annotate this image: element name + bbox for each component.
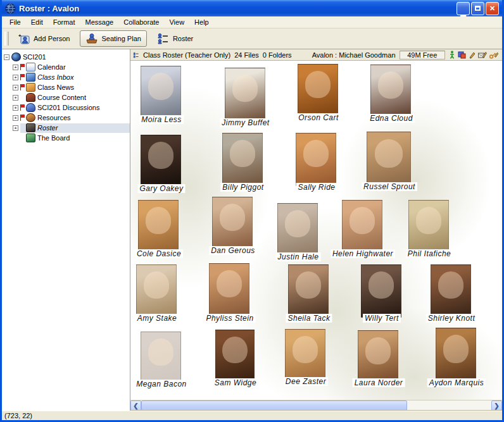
tree-item-class-news[interactable]: + Class News [2,82,130,92]
flag-placeholder [20,135,25,141]
student-cell[interactable]: Edna Cloud [370,65,411,118]
expand-icon[interactable]: + [13,105,18,111]
student-name: Cole Dasice [135,249,183,258]
student-name: Orson Cart [296,113,341,122]
tree-item-resources[interactable]: + Resources [2,113,130,123]
student-cell[interactable]: Megan Bacon [141,332,181,385]
title-bar[interactable]: Roster : Avalon ▁ ✕ [2,0,502,16]
student-cell[interactable]: Justin Hale [277,203,318,256]
menu-message[interactable]: Message [80,17,119,27]
expand-icon[interactable]: + [13,65,18,70]
student-photo[interactable] [277,203,318,256]
add-person-button[interactable]: + Add Person [13,31,75,46]
expand-icon[interactable]: + [13,85,18,90]
student-cell[interactable]: Jimmy Buffet [225,68,265,121]
student-photo[interactable] [141,135,181,188]
student-cell[interactable]: Orson Cart [298,64,338,117]
close-button[interactable]: ✕ [486,2,499,15]
tree-root-sci201[interactable]: − SCI201 [2,52,130,62]
student-cell[interactable]: Dee Zaster [285,329,325,382]
expand-icon[interactable]: + [13,75,18,80]
flag-placeholder [20,94,25,101]
student-cell[interactable]: Gary Oakey [141,135,181,188]
menu-view[interactable]: View [164,17,189,27]
student-cell[interactable]: Moira Less [141,66,181,119]
student-cell[interactable]: Willy Tert [361,264,401,318]
tree-item-sci201-discussions[interactable]: + SCI201 Discussions [2,102,130,113]
menu-help[interactable]: Help [189,17,214,27]
student-photo[interactable] [342,200,382,253]
student-photo[interactable] [138,200,179,253]
student-photo[interactable] [436,328,476,383]
pencil-icon[interactable] [469,51,476,59]
horizontal-scrollbar[interactable]: ❮ ❯ [130,400,502,411]
student-photo[interactable] [298,64,338,117]
student-cell[interactable]: Cole Dasice [138,200,179,253]
student-cell[interactable]: Helen Highwater [342,200,382,253]
sidebar-tree: − SCI201 + Calendar + Class Inbox + Cla [2,49,130,411]
student-cell[interactable]: Billy Piggot [222,133,263,186]
student-cell[interactable]: Shirley Knott [431,264,471,318]
roster-toolbar-button[interactable]: Roster [152,31,198,46]
student-photo[interactable] [288,264,329,318]
menu-format[interactable]: Format [48,17,80,27]
menu-collaborate[interactable]: Collaborate [118,17,164,27]
tree-item-label: Class Inbox [37,73,73,81]
student-photo[interactable] [141,66,181,119]
student-name: Billy Piggot [220,183,265,192]
student-photo[interactable] [370,65,411,118]
student-cell[interactable]: Sheila Tack [288,264,329,318]
student-cell[interactable]: Phyliss Stein [209,263,249,316]
student-cell[interactable]: Sally Ride [296,133,336,186]
student-cell[interactable]: Laura Norder [358,330,398,383]
menu-file[interactable]: File [4,17,26,27]
key-icon[interactable] [489,51,498,59]
student-photo[interactable] [408,200,449,253]
student-cell[interactable]: Phil Itafiche [408,200,449,253]
minimize-button[interactable]: ▁ [457,2,470,15]
scrollbar-track[interactable] [407,400,491,411]
tree-item-class-inbox[interactable]: + Class Inbox [2,72,130,82]
student-photo[interactable] [209,263,249,316]
student-cell[interactable]: Russel Sprout [367,132,411,187]
student-photo[interactable] [358,330,398,383]
seating-plan-button[interactable]: Seating Plan [80,30,146,47]
collapse-icon[interactable]: − [4,54,9,60]
menu-edit[interactable]: Edit [26,17,48,27]
student-photo[interactable] [431,264,471,318]
student-photo[interactable] [136,264,177,318]
tree-item-roster[interactable]: + Roster [2,123,130,133]
student-cell[interactable]: Amy Stake [136,264,177,318]
roster-pane: Class Roster (Teacher Only) 24 Files 0 F… [130,49,502,411]
student-cell[interactable]: Sam Widge [215,330,255,383]
person-icon[interactable] [449,51,455,59]
layers-icon[interactable] [458,51,466,59]
student-photo[interactable] [222,133,263,186]
maximize-button[interactable] [471,2,484,15]
student-photo[interactable] [225,68,265,121]
expand-icon[interactable]: + [13,115,18,121]
student-cell[interactable]: Aydon Marquis [436,328,476,383]
scroll-left-button[interactable]: ❮ [130,400,141,411]
tree-item-label: Roster [37,124,58,132]
tree-item-course-content[interactable]: + Course Content [2,92,130,102]
roster-icon [26,123,35,132]
tree-item-the-board[interactable]: The Board [2,133,130,143]
expand-icon[interactable]: + [13,125,18,131]
toolbar-gripper[interactable] [4,32,9,46]
scrollbar-thumb[interactable] [141,400,407,411]
student-photo[interactable] [361,264,401,318]
expand-icon[interactable]: + [13,95,18,101]
student-photo[interactable] [215,330,255,383]
scroll-right-button[interactable]: ❯ [491,400,502,411]
student-photo[interactable] [285,329,325,382]
student-cell[interactable]: Dan Gerous [212,197,253,250]
student-photo[interactable] [141,332,181,385]
student-name: Megan Bacon [134,380,189,388]
tree-item-calendar[interactable]: + Calendar [2,62,130,72]
stamp-icon[interactable] [478,51,487,59]
student-photo[interactable] [367,132,411,187]
student-photo[interactable] [296,133,336,186]
student-photo[interactable] [212,197,253,250]
pane-header: Class Roster (Teacher Only) 24 Files 0 F… [130,49,502,61]
